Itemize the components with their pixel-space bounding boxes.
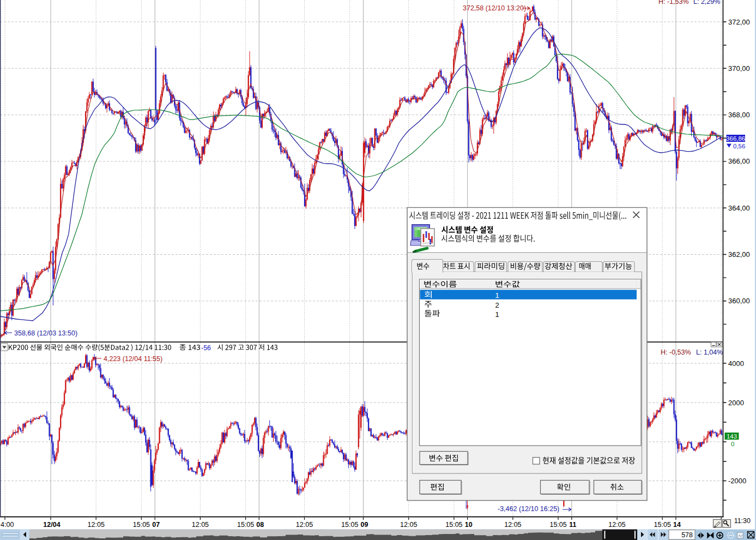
svg-text:366,00: 366,00 xyxy=(728,157,750,165)
svg-text:15:05: 15:05 xyxy=(237,521,254,529)
svg-text:4,223 (12/04 11:55): 4,223 (12/04 11:55) xyxy=(104,355,162,363)
svg-text:L: 2,29%: L: 2,29% xyxy=(693,0,720,5)
svg-text:15:05: 15:05 xyxy=(133,521,150,529)
svg-text:15:05: 15:05 xyxy=(445,521,462,529)
svg-text:143: 143 xyxy=(727,433,737,440)
svg-text:1: 1 xyxy=(495,291,499,299)
svg-text:15:05: 15:05 xyxy=(549,521,566,529)
svg-text:368,00: 368,00 xyxy=(728,111,750,119)
svg-text:360,00: 360,00 xyxy=(728,297,750,305)
svg-text:12:05: 12:05 xyxy=(88,521,105,529)
svg-text:370,00: 370,00 xyxy=(728,64,750,73)
svg-text:H: -1,53%: H: -1,53% xyxy=(658,0,689,5)
svg-text:09: 09 xyxy=(361,521,368,529)
svg-text:10: 10 xyxy=(465,521,473,529)
svg-text:2: 2 xyxy=(495,301,499,309)
svg-text:364,00: 364,00 xyxy=(728,204,750,212)
svg-text:12:05: 12:05 xyxy=(400,521,417,529)
svg-text:12:05: 12:05 xyxy=(504,521,521,529)
svg-text:15:05: 15:05 xyxy=(341,521,358,529)
svg-text:-2000: -2000 xyxy=(728,477,746,485)
svg-text:4:00: 4:00 xyxy=(1,521,14,529)
svg-text:11: 11 xyxy=(569,521,576,529)
svg-text:362,00: 362,00 xyxy=(728,250,750,259)
svg-text:0,56: 0,56 xyxy=(733,143,745,149)
svg-text:358,68 (12/03 13:50): 358,68 (12/03 13:50) xyxy=(14,329,77,337)
svg-text:15:05: 15:05 xyxy=(654,521,671,529)
svg-text:-3,462 (12/10 16:25): -3,462 (12/10 16:25) xyxy=(498,505,559,513)
svg-text:12:05: 12:05 xyxy=(296,521,313,529)
svg-text:08: 08 xyxy=(256,521,264,529)
svg-text:12/04: 12/04 xyxy=(43,521,60,529)
svg-text:366,86: 366,86 xyxy=(726,135,745,142)
svg-text:372,00: 372,00 xyxy=(728,18,750,26)
svg-text:1: 1 xyxy=(495,310,499,319)
svg-text:L: 1,04%: L: 1,04% xyxy=(696,349,723,356)
svg-text:0: 0 xyxy=(731,441,734,447)
svg-text:H: -0,53%: H: -0,53% xyxy=(661,349,691,356)
svg-text:578: 578 xyxy=(681,531,693,539)
svg-text:372,58 (12/10 13:20): 372,58 (12/10 13:20) xyxy=(463,4,526,12)
svg-text:12:05: 12:05 xyxy=(608,521,625,529)
svg-text:14: 14 xyxy=(673,521,681,529)
svg-text:07: 07 xyxy=(152,521,160,529)
svg-text:-56: -56 xyxy=(201,344,211,352)
svg-text:12:05: 12:05 xyxy=(192,521,209,529)
svg-text:2000: 2000 xyxy=(728,399,744,407)
svg-text:4000: 4000 xyxy=(728,359,744,368)
svg-text:11:30: 11:30 xyxy=(734,517,751,525)
